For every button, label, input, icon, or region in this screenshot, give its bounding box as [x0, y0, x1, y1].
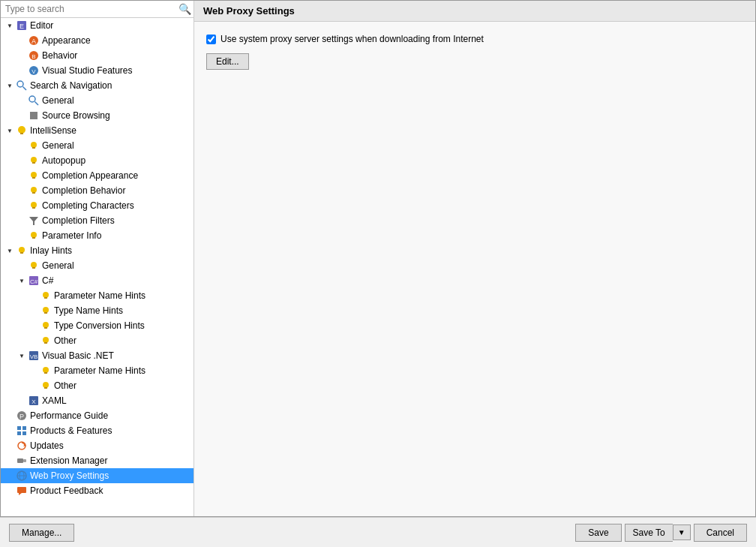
tree-label-parameter-info: Parameter Info — [42, 230, 101, 241]
tree-item-completion-filters[interactable]: Completion Filters — [1, 213, 194, 228]
save-to-dropdown-arrow[interactable]: ▼ — [673, 524, 691, 540]
tree-label-vsfeatures: Visual Studio Features — [42, 65, 133, 76]
tree-label-sourcebrowsing: Source Browsing — [42, 110, 110, 121]
svg-rect-63 — [17, 487, 26, 493]
tree-label-appearance: Appearance — [42, 35, 91, 46]
tree-item-is-general[interactable]: General — [1, 138, 194, 153]
tree-label-csharp: C# — [42, 275, 53, 286]
svg-marker-25 — [29, 217, 38, 225]
tree-item-intellisense[interactable]: ▼IntelliSense — [1, 123, 194, 138]
svg-line-11 — [35, 102, 39, 106]
tree-label-completion-filters: Completion Filters — [42, 215, 115, 226]
svg-rect-41 — [44, 342, 47, 344]
tree-item-editor[interactable]: ▼EEditor — [1, 18, 194, 33]
cancel-button[interactable]: Cancel — [694, 524, 747, 542]
svg-text:V: V — [32, 68, 36, 75]
svg-point-46 — [43, 382, 49, 388]
tree-item-productfeedback[interactable]: Product Feedback — [1, 483, 194, 498]
tree-icon-productfeedback — [16, 485, 28, 497]
tree-item-extmanager[interactable]: Extension Manager — [1, 453, 194, 468]
tree-item-csharp[interactable]: ▼C#C# — [1, 273, 194, 288]
tree-icon-parameter-info — [28, 230, 40, 242]
tree-toggle-searchnav[interactable]: ▼ — [4, 83, 16, 89]
tree-toggle-vbnet[interactable]: ▼ — [16, 353, 28, 359]
tree-item-updates[interactable]: Updates — [1, 438, 194, 453]
svg-rect-55 — [22, 431, 26, 435]
tree-label-webproxy: Web Proxy Settings — [30, 470, 109, 481]
tree-item-searchnav[interactable]: ▼Search & Navigation — [1, 78, 194, 93]
tree-icon-cs-other — [40, 335, 52, 347]
tree-item-completion-behavior[interactable]: Completion Behavior — [1, 183, 194, 198]
svg-rect-35 — [44, 297, 47, 299]
tree-icon-completion-appearance — [28, 170, 40, 182]
svg-rect-39 — [44, 327, 47, 329]
manage-button[interactable]: Manage... — [9, 524, 74, 542]
right-panel: Web Proxy Settings Use system proxy serv… — [194, 1, 755, 516]
tree-item-behavior[interactable]: BBehavior — [1, 48, 194, 63]
tree-item-type-name-hints[interactable]: Type Name Hints — [1, 303, 194, 318]
tree-label-is-general: General — [42, 140, 74, 151]
right-content: Use system proxy server settings when do… — [194, 22, 755, 82]
save-to-button[interactable]: Save To — [625, 524, 673, 542]
tree-item-products[interactable]: Products & Features — [1, 423, 194, 438]
tree-item-completion-appearance[interactable]: Completion Appearance — [1, 168, 194, 183]
tree-item-completing-chars[interactable]: Completing Characters — [1, 198, 194, 213]
tree-icon-sn-general — [28, 95, 40, 107]
svg-rect-59 — [23, 459, 26, 462]
tree-item-vb-param-hints[interactable]: Parameter Name Hints — [1, 363, 194, 378]
tree-item-sourcebrowsing[interactable]: Source Browsing — [1, 108, 194, 123]
tree-icon-vb-param-hints — [40, 365, 52, 377]
tree-item-autopopup[interactable]: Autopopup — [1, 153, 194, 168]
svg-rect-14 — [20, 133, 23, 134]
search-icon: 🔍 — [178, 3, 190, 15]
left-panel: 🔍 ▼EEditorAAppearanceBBehaviorVVisual St… — [1, 1, 194, 516]
tree-item-appearance[interactable]: AAppearance — [1, 33, 194, 48]
svg-rect-22 — [32, 192, 35, 194]
tree-icon-completing-chars — [28, 200, 40, 212]
tree-icon-autopopup — [28, 155, 40, 167]
tree-item-perfguide[interactable]: PPerformance Guide — [1, 408, 194, 423]
tree-item-xaml[interactable]: XXAML — [1, 393, 194, 408]
search-input[interactable] — [4, 2, 178, 16]
tree-icon-completion-filters — [28, 215, 40, 227]
tree-label-ih-general: General — [42, 260, 74, 271]
tree-item-ih-general[interactable]: General — [1, 258, 194, 273]
tree-item-sn-general[interactable]: General — [1, 93, 194, 108]
tree-label-completion-appearance: Completion Appearance — [42, 170, 138, 181]
tree-item-parameter-info[interactable]: Parameter Info — [1, 228, 194, 243]
tree-toggle-editor[interactable]: ▼ — [4, 23, 16, 29]
tree-item-type-conversion-hints[interactable]: Type Conversion Hints — [1, 318, 194, 333]
svg-point-15 — [31, 142, 37, 148]
tree-toggle-inlayhints[interactable]: ▼ — [4, 248, 16, 254]
tree-icon-products — [16, 425, 28, 437]
tree-item-cs-other[interactable]: Other — [1, 333, 194, 348]
tree-icon-appearance: A — [28, 35, 40, 47]
tree-toggle-intellisense[interactable]: ▼ — [4, 128, 16, 134]
tree-item-param-name-hints[interactable]: Parameter Name Hints — [1, 288, 194, 303]
proxy-checkbox[interactable] — [206, 35, 216, 44]
svg-rect-31 — [32, 267, 35, 269]
svg-point-19 — [31, 172, 37, 178]
svg-point-36 — [43, 307, 49, 313]
tree-icon-type-conversion-hints — [40, 320, 52, 332]
tree-icon-sourcebrowsing — [28, 110, 40, 122]
svg-text:P: P — [20, 413, 24, 420]
svg-rect-12 — [30, 112, 38, 119]
svg-rect-29 — [20, 252, 23, 254]
svg-text:B: B — [32, 53, 35, 60]
tree-item-inlayhints[interactable]: ▼Inlay Hints — [1, 243, 194, 258]
tree-item-webproxy[interactable]: Web Proxy Settings — [1, 468, 194, 483]
tree-container: ▼EEditorAAppearanceBBehaviorVVisual Stud… — [1, 18, 194, 516]
tree-icon-editor: E — [16, 20, 28, 32]
tree-icon-extmanager — [16, 455, 28, 467]
tree-toggle-csharp[interactable]: ▼ — [16, 278, 28, 284]
tree-item-vb-other[interactable]: Other — [1, 378, 194, 393]
tree-item-vbnet[interactable]: ▼VBVisual Basic .NET — [1, 348, 194, 363]
save-button[interactable]: Save — [575, 524, 621, 542]
edit-button[interactable]: Edit... — [206, 53, 249, 70]
svg-point-26 — [31, 232, 37, 238]
bottom-right: Save Save To ▼ Cancel — [575, 524, 747, 542]
search-box: 🔍 — [1, 1, 194, 18]
right-panel-header: Web Proxy Settings — [194, 1, 755, 22]
tree-item-vsfeatures[interactable]: VVisual Studio Features — [1, 63, 194, 78]
